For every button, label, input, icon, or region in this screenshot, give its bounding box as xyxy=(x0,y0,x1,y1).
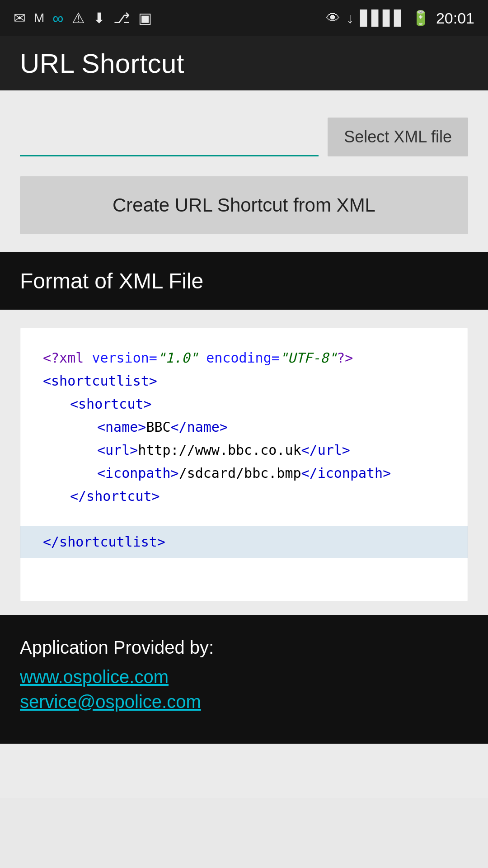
footer-website-link[interactable]: www.ospolice.com xyxy=(20,667,468,687)
input-section: Select XML file xyxy=(0,90,488,176)
screen-icon: ▣ xyxy=(138,9,152,27)
input-row: Select XML file xyxy=(20,118,468,156)
wifi-icon: ↓ xyxy=(347,10,354,27)
format-header: Format of XML File xyxy=(0,252,488,310)
xml-code-footer: </shortcutlist> xyxy=(20,526,468,558)
status-bar: ✉ M ∞ ⚠ ⬇ ⎇ ▣ 👁 ↓ ▋▋▋▋ 🔋 20:01 xyxy=(0,0,488,36)
signal-icon: ▋▋▋▋ xyxy=(360,9,405,27)
usb-icon: ⎇ xyxy=(113,9,130,27)
create-btn-section: Create URL Shortcut from XML xyxy=(0,176,488,252)
loop-icon: ∞ xyxy=(52,9,63,27)
xml-line-7: </shortcut> xyxy=(70,485,445,508)
footer-email-link[interactable]: service@ospolice.com xyxy=(20,692,468,712)
select-xml-button[interactable]: Select XML file xyxy=(328,118,468,156)
battery-icon: 🔋 xyxy=(412,9,430,27)
xml-line-6: <iconpath>/sdcard/bbc.bmp</iconpath> xyxy=(97,462,445,485)
xml-line-4: <name>BBC</name> xyxy=(97,415,445,439)
main-content: Select XML file Create URL Shortcut from… xyxy=(0,90,488,798)
eye-icon: 👁 xyxy=(326,10,340,27)
create-url-button[interactable]: Create URL Shortcut from XML xyxy=(20,176,468,234)
xml-line-5: <url>http://www.bbc.co.uk</url> xyxy=(97,439,445,462)
status-icons-right: 👁 ↓ ▋▋▋▋ 🔋 20:01 xyxy=(326,9,474,27)
gmail-icon: M xyxy=(34,11,44,25)
bottom-area xyxy=(0,744,488,798)
format-title: Format of XML File xyxy=(20,269,203,293)
footer-provided-label: Application Provided by: xyxy=(20,637,468,658)
download-icon: ⬇ xyxy=(93,9,105,27)
app-bar: URL Shortcut xyxy=(0,36,488,90)
xml-code-inner: <?xml version="1.0" encoding="UTF-8"?> <… xyxy=(20,328,468,526)
footer-section: Application Provided by: www.ospolice.co… xyxy=(0,615,488,744)
email-icon: ✉ xyxy=(14,9,26,27)
xml-path-input[interactable] xyxy=(20,127,319,156)
status-icons-left: ✉ M ∞ ⚠ ⬇ ⎇ ▣ xyxy=(14,9,152,27)
xml-line-1: <?xml version="1.0" encoding="UTF-8"?> xyxy=(43,346,445,369)
status-time: 20:01 xyxy=(436,9,474,27)
xml-line-3: <shortcut> xyxy=(70,392,445,415)
warning-icon: ⚠ xyxy=(72,9,85,27)
xml-code-box: <?xml version="1.0" encoding="UTF-8"?> <… xyxy=(20,328,468,601)
text-input-wrapper xyxy=(20,127,319,156)
xml-line-2: <shortcutlist> xyxy=(43,369,445,392)
xml-extra-line xyxy=(20,558,468,601)
xml-code-section: <?xml version="1.0" encoding="UTF-8"?> <… xyxy=(0,310,488,606)
app-title: URL Shortcut xyxy=(20,48,184,79)
